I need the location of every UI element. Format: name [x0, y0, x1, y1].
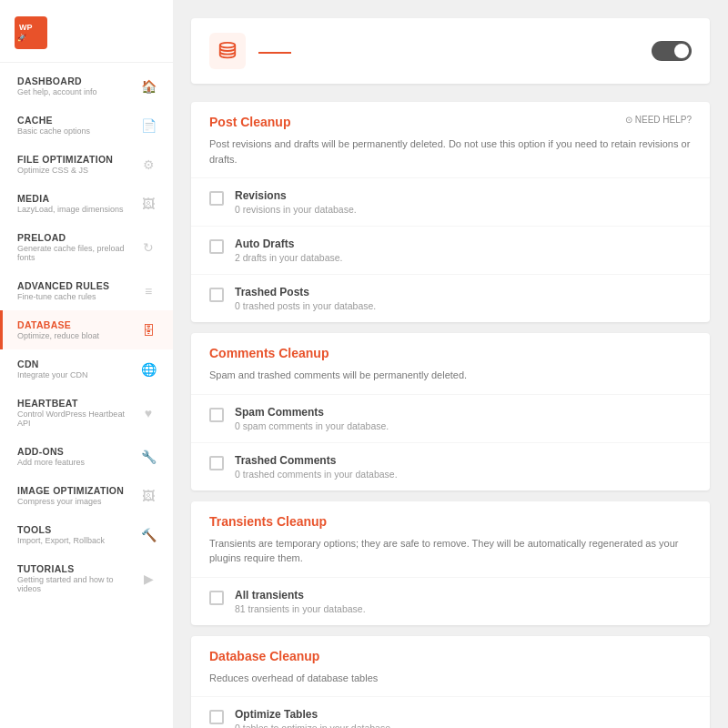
database-svg: [217, 41, 238, 61]
nav-icon-advanced-rules: ≡: [138, 281, 158, 301]
svg-point-3: [220, 43, 236, 48]
nav-sublabel-tools: Import, Export, Rollback: [17, 536, 138, 545]
sidebar-item-file-optimization[interactable]: FILE OPTIMIZATION Optimize CSS & JS ⚙: [0, 145, 173, 184]
option-checkbox-database-cleanup-0[interactable]: [209, 710, 224, 724]
section-description-transients-cleanup: Transients are temporary options; they a…: [191, 536, 710, 577]
svg-rect-0: [15, 16, 47, 49]
need-help-link[interactable]: ⊙ NEED HELP?: [625, 115, 692, 125]
nav-label-image-optimization: IMAGE OPTIMIZATION: [17, 485, 138, 496]
logo: WP 🚀: [0, 0, 173, 63]
option-content-comments-cleanup-1: Trashed Comments 0 trashed comments in y…: [235, 454, 398, 480]
option-checkbox-post-cleanup-0[interactable]: [209, 191, 224, 206]
sidebar-item-add-ons[interactable]: ADD-ONS Add more features 🔧: [0, 437, 173, 476]
option-sublabel-post-cleanup-1: 2 drafts in your database.: [235, 252, 343, 263]
option-checkbox-transients-cleanup-0[interactable]: [209, 591, 224, 605]
svg-text:WP: WP: [19, 23, 33, 32]
option-checkbox-post-cleanup-2[interactable]: [209, 288, 224, 302]
option-label-post-cleanup-1: Auto Drafts: [235, 238, 343, 250]
sidebar-item-advanced-rules[interactable]: ADVANCED RULES Fine-tune cache rules ≡: [0, 271, 173, 310]
sidebar-toggle[interactable]: [652, 41, 692, 61]
nav-sublabel-file-optimization: Optimize CSS & JS: [17, 166, 138, 175]
option-sublabel-post-cleanup-2: 0 trashed posts in your database.: [235, 300, 376, 311]
nav-sublabel-dashboard: Get help, account info: [17, 87, 138, 96]
section-header-transients-cleanup: Transients Cleanup: [191, 501, 710, 536]
option-row-comments-cleanup-1: Trashed Comments 0 trashed comments in y…: [191, 442, 710, 490]
nav-label-add-ons: ADD-ONS: [17, 446, 138, 457]
nav-icon-database: 🗄: [138, 320, 158, 340]
sidebar-item-cdn[interactable]: CDN Integrate your CDN 🌐: [0, 349, 173, 389]
option-row-post-cleanup-2: Trashed Posts 0 trashed posts in your da…: [191, 274, 710, 322]
sidebar-item-tutorials[interactable]: TUTORIALS Getting started and how to vid…: [0, 554, 173, 602]
option-sublabel-transients-cleanup-0: 81 transients in your database.: [235, 603, 366, 614]
nav-content-image-optimization: IMAGE OPTIMIZATION Compress your images: [17, 485, 138, 506]
option-label-comments-cleanup-0: Spam Comments: [235, 406, 389, 419]
option-row-post-cleanup-1: Auto Drafts 2 drafts in your database.: [191, 226, 710, 274]
sidebar-item-media[interactable]: MEDIA LazyLoad, image dimensions 🖼: [0, 184, 173, 223]
nav-content-preload: PRELOAD Generate cache files, preload fo…: [17, 232, 138, 262]
nav-sublabel-advanced-rules: Fine-tune cache rules: [17, 292, 138, 301]
option-content-transients-cleanup-0: All transients 81 transients in your dat…: [235, 589, 366, 614]
sidebar: WP 🚀 DASHBOARD Get help, account info 🏠 …: [0, 0, 173, 728]
sidebar-item-database[interactable]: DATABASE Optimize, reduce bloat 🗄: [0, 310, 173, 349]
nav-icon-add-ons: 🔧: [138, 447, 158, 467]
sidebar-item-dashboard[interactable]: DASHBOARD Get help, account info 🏠: [0, 66, 173, 106]
toggle-knob: [674, 44, 689, 58]
nav-label-tutorials: TUTORIALS: [17, 563, 138, 574]
nav-sublabel-add-ons: Add more features: [17, 458, 138, 467]
main-content: Post Cleanup ⊙ NEED HELP? Post revisions…: [173, 0, 728, 728]
nav-sublabel-database: Optimize, reduce bloat: [17, 331, 138, 340]
section-title-database-cleanup: Database Cleanup: [209, 649, 319, 663]
sidebar-nav: DASHBOARD Get help, account info 🏠 CACHE…: [0, 63, 173, 728]
page-title-area: [209, 33, 291, 69]
option-sublabel-comments-cleanup-0: 0 spam comments in your database.: [235, 420, 389, 431]
option-row-database-cleanup-0: Optimize Tables 0 tables to optimize in …: [191, 696, 710, 728]
title-underline: [258, 52, 291, 54]
nav-content-database: DATABASE Optimize, reduce bloat: [17, 319, 138, 340]
nav-sublabel-heartbeat: Control WordPress Heartbeat API: [17, 410, 138, 428]
nav-icon-preload: ↻: [138, 238, 158, 258]
option-content-post-cleanup-1: Auto Drafts 2 drafts in your database.: [235, 238, 343, 263]
section-header-database-cleanup: Database Cleanup: [191, 636, 710, 671]
database-icon: [209, 33, 246, 69]
option-sublabel-comments-cleanup-1: 0 trashed comments in your database.: [235, 469, 398, 480]
option-checkbox-comments-cleanup-0[interactable]: [209, 408, 224, 422]
show-sidebar-area: [644, 41, 692, 61]
sidebar-item-heartbeat[interactable]: HEARTBEAT Control WordPress Heartbeat AP…: [0, 389, 173, 437]
section-description-post-cleanup: Post revisions and drafts will be perman…: [191, 136, 710, 177]
nav-label-database: DATABASE: [17, 319, 138, 330]
nav-content-cache: CACHE Basic cache options: [17, 115, 138, 136]
nav-label-advanced-rules: ADVANCED RULES: [17, 280, 138, 291]
option-content-post-cleanup-2: Trashed Posts 0 trashed posts in your da…: [235, 286, 376, 311]
section-database-cleanup: Database Cleanup Reduces overhead of dat…: [191, 636, 710, 729]
sidebar-item-cache[interactable]: CACHE Basic cache options 📄: [0, 106, 173, 145]
nav-label-heartbeat: HEARTBEAT: [17, 398, 138, 409]
nav-sublabel-cache: Basic cache options: [17, 126, 138, 136]
option-sublabel-database-cleanup-0: 0 tables to optimize in your database.: [235, 723, 393, 728]
section-transients-cleanup: Transients Cleanup Transients are tempor…: [191, 501, 710, 625]
nav-icon-heartbeat: ♥: [138, 403, 158, 423]
nav-content-media: MEDIA LazyLoad, image dimensions: [17, 193, 138, 214]
section-post-cleanup: Post Cleanup ⊙ NEED HELP? Post revisions…: [191, 102, 710, 322]
nav-label-media: MEDIA: [17, 193, 138, 204]
nav-label-tools: TOOLS: [17, 524, 138, 535]
nav-icon-image-optimization: 🖼: [138, 486, 158, 506]
option-checkbox-post-cleanup-1[interactable]: [209, 239, 224, 254]
section-header-post-cleanup: Post Cleanup ⊙ NEED HELP?: [191, 102, 710, 136]
nav-label-dashboard: DASHBOARD: [17, 76, 138, 86]
svg-text:🚀: 🚀: [17, 33, 26, 42]
sidebar-item-image-optimization[interactable]: IMAGE OPTIMIZATION Compress your images …: [0, 476, 173, 515]
nav-label-cache: CACHE: [17, 115, 138, 126]
page-header: [191, 18, 710, 84]
sidebar-item-preload[interactable]: PRELOAD Generate cache files, preload fo…: [0, 223, 173, 271]
nav-content-dashboard: DASHBOARD Get help, account info: [17, 76, 138, 96]
nav-icon-file-optimization: ⚙: [138, 155, 158, 175]
nav-content-add-ons: ADD-ONS Add more features: [17, 446, 138, 467]
option-checkbox-comments-cleanup-1[interactable]: [209, 456, 224, 470]
nav-sublabel-preload: Generate cache files, preload fonts: [17, 244, 138, 262]
section-description-database-cleanup: Reduces overhead of database tables: [191, 671, 710, 697]
nav-sublabel-media: LazyLoad, image dimensions: [17, 205, 138, 214]
sidebar-item-tools[interactable]: TOOLS Import, Export, Rollback 🔨: [0, 515, 173, 554]
option-label-post-cleanup-2: Trashed Posts: [235, 286, 376, 298]
option-row-transients-cleanup-0: All transients 81 transients in your dat…: [191, 577, 710, 625]
nav-icon-media: 🖼: [138, 194, 158, 214]
